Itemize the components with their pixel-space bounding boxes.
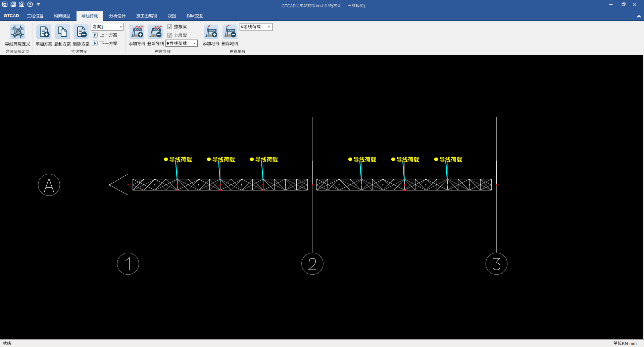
svg-text:?: ?	[29, 2, 31, 6]
